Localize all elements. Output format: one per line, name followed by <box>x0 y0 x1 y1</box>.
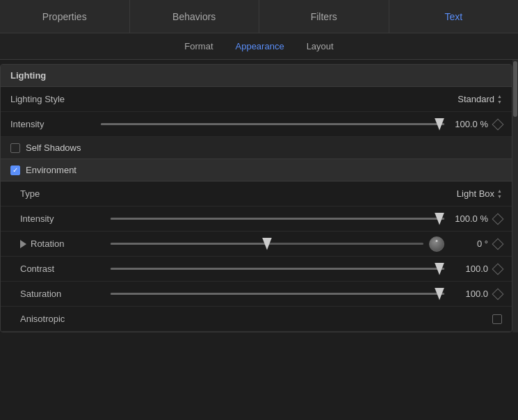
environment-type-row: Type Light Box <box>1 181 512 207</box>
environment-type-select[interactable]: Light Box <box>457 188 502 199</box>
environment-intensity-label: Intensity <box>20 213 111 224</box>
saturation-keyframe[interactable] <box>492 288 504 300</box>
environment-intensity-slider[interactable] <box>111 218 444 220</box>
self-shadows-checkbox[interactable] <box>10 143 20 153</box>
lighting-intensity-keyframe[interactable] <box>492 118 504 130</box>
saturation-row: Saturation 100.0 <box>1 282 512 307</box>
lighting-intensity-fill <box>101 123 444 125</box>
rotation-row: Rotation 0 ° <box>1 232 512 257</box>
lighting-style-row: Lighting Style Standard <box>1 87 512 112</box>
contrast-control: 100.0 <box>111 264 502 274</box>
environment-label: Environment <box>26 165 76 175</box>
tab-text[interactable]: Text <box>389 0 519 33</box>
top-tab-bar: Properties Behaviors Filters Text <box>0 0 518 33</box>
saturation-control: 100.0 <box>111 289 502 299</box>
tab-behaviors[interactable]: Behaviors <box>130 0 260 33</box>
lighting-intensity-value: 100.0 % <box>450 119 488 129</box>
environment-intensity-row: Intensity 100.0 % <box>1 207 512 232</box>
contrast-label: Contrast <box>20 264 111 274</box>
environment-intensity-keyframe[interactable] <box>492 213 504 225</box>
lighting-style-label: Lighting Style <box>10 94 101 104</box>
contrast-fill <box>111 268 444 270</box>
anisotropic-row: Anisotropic <box>1 307 512 332</box>
contrast-track <box>111 268 444 270</box>
saturation-slider[interactable] <box>111 293 444 295</box>
anisotropic-checkbox[interactable] <box>492 314 502 324</box>
self-shadows-label: Self Shadows <box>26 143 81 153</box>
rotation-slider[interactable] <box>111 243 423 245</box>
rotation-keyframe[interactable] <box>492 238 504 250</box>
lighting-style-select[interactable]: Standard <box>458 94 502 104</box>
subtab-layout[interactable]: Layout <box>307 41 334 51</box>
sub-tab-bar: Format Appearance Layout <box>0 33 518 60</box>
contrast-value: 100.0 <box>450 264 488 274</box>
rotation-knob[interactable] <box>429 236 444 252</box>
environment-type-control: Light Box <box>111 188 502 199</box>
lighting-intensity-slider[interactable] <box>101 123 444 125</box>
saturation-value: 100.0 <box>450 289 488 299</box>
lighting-intensity-track <box>101 123 444 125</box>
saturation-label: Saturation <box>20 289 111 299</box>
self-shadows-row: Self Shadows <box>1 137 512 159</box>
environment-intensity-value: 100.0 % <box>450 213 488 224</box>
environment-header-row: Environment <box>1 159 512 181</box>
environment-checkbox[interactable] <box>10 165 20 175</box>
scrollbar-thumb[interactable] <box>513 61 517 117</box>
lighting-section-header: Lighting <box>1 65 512 87</box>
rotation-label: Rotation <box>31 239 64 249</box>
contrast-slider[interactable] <box>111 268 444 270</box>
lighting-intensity-control: 100.0 % <box>101 119 502 129</box>
subtab-appearance[interactable]: Appearance <box>236 41 284 51</box>
anisotropic-label: Anisotropic <box>20 314 111 324</box>
properties-panel: Lighting Lighting Style Standard Intensi… <box>0 64 512 332</box>
main-content: Lighting Lighting Style Standard Intensi… <box>0 60 518 332</box>
lighting-style-control: Standard <box>101 94 502 104</box>
contrast-row: Contrast 100.0 <box>1 257 512 282</box>
saturation-track <box>111 293 444 295</box>
environment-intensity-track <box>111 218 444 220</box>
rotation-control: 0 ° <box>111 236 502 252</box>
tab-properties[interactable]: Properties <box>0 0 130 33</box>
rotation-track <box>111 243 423 245</box>
lighting-intensity-row: Intensity 100.0 % <box>1 112 512 137</box>
subtab-format[interactable]: Format <box>184 41 213 51</box>
environment-intensity-control: 100.0 % <box>111 213 502 224</box>
environment-type-chevron <box>497 188 502 199</box>
rotation-value: 0 ° <box>450 239 488 249</box>
rotation-fill <box>111 243 267 245</box>
tab-filters[interactable]: Filters <box>259 0 389 33</box>
scrollbar[interactable] <box>512 60 518 332</box>
contrast-keyframe[interactable] <box>492 263 504 275</box>
lighting-style-chevron <box>497 94 502 104</box>
anisotropic-control <box>111 314 502 324</box>
lighting-intensity-label: Intensity <box>10 119 101 129</box>
environment-intensity-fill <box>111 218 444 220</box>
rotation-expand-icon[interactable] <box>20 240 26 248</box>
environment-type-label: Type <box>20 188 111 199</box>
saturation-fill <box>111 293 444 295</box>
